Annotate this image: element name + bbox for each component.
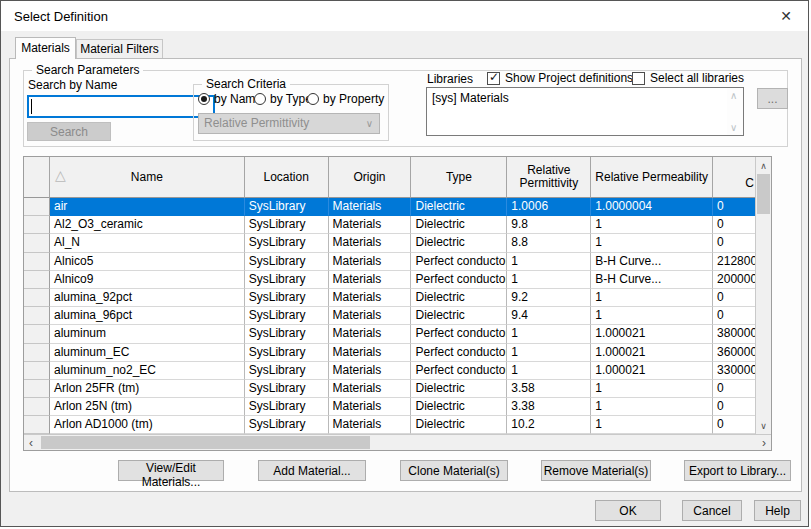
cell-origin[interactable]: Materials	[329, 344, 412, 362]
cell-permeability[interactable]: 1.0000004	[591, 198, 713, 216]
cell-type[interactable]: Perfect conductor	[411, 271, 507, 289]
cell-origin[interactable]: Materials	[329, 198, 412, 216]
cell-conductivity[interactable]: 0	[713, 234, 756, 252]
cell-permeability[interactable]: 1.000021	[591, 362, 713, 380]
cancel-button[interactable]: Cancel	[682, 500, 742, 521]
cell-permeability[interactable]: 1	[591, 416, 713, 434]
cell-location[interactable]: SysLibrary	[245, 362, 329, 380]
search-by-name-input[interactable]	[27, 95, 215, 118]
select-all-libraries-checkbox[interactable]: ✓ Select all libraries	[632, 71, 744, 85]
cell-permeability[interactable]: 1	[591, 234, 713, 252]
scroll-left-icon[interactable]: ‹	[29, 436, 33, 450]
row-selector[interactable]	[24, 325, 50, 343]
cell-location[interactable]: SysLibrary	[245, 253, 329, 271]
cell-origin[interactable]: Materials	[329, 289, 412, 307]
cell-conductivity[interactable]: 2000000	[713, 271, 756, 289]
cell-type[interactable]: Perfect conductor	[411, 325, 507, 343]
cell-origin[interactable]: Materials	[329, 380, 412, 398]
library-item[interactable]: [sys] Materials	[432, 91, 509, 105]
row-selector[interactable]	[24, 198, 50, 216]
vertical-scrollbar-thumb[interactable]	[757, 174, 770, 214]
scroll-down-icon[interactable]: ∨	[756, 421, 771, 431]
row-selector[interactable]	[24, 380, 50, 398]
libraries-list[interactable]: [sys] Materials ∧ ∨	[426, 87, 744, 136]
cell-permeability[interactable]: 1	[591, 380, 713, 398]
clone-materials-button[interactable]: Clone Material(s)	[400, 460, 508, 481]
cell-name[interactable]: Al_N	[50, 234, 245, 252]
cell-type[interactable]: Dielectric	[411, 234, 507, 252]
radio-by-property[interactable]: by Property	[307, 92, 384, 106]
browse-libraries-button[interactable]: ...	[757, 88, 788, 109]
row-selector[interactable]	[24, 362, 50, 380]
export-to-library-button[interactable]: Export to Library...	[684, 460, 791, 481]
radio-by-name[interactable]: by Name	[198, 92, 262, 106]
cell-name[interactable]: Arlon 25N (tm)	[50, 398, 245, 416]
cell-permittivity[interactable]: 3.58	[507, 380, 591, 398]
cell-origin[interactable]: Materials	[329, 216, 412, 234]
table-row[interactable]: Al2_O3_ceramicSysLibraryMaterialsDielect…	[24, 216, 756, 234]
table-row[interactable]: aluminumSysLibraryMaterialsPerfect condu…	[24, 325, 756, 343]
cell-conductivity[interactable]: 0	[713, 289, 756, 307]
cell-permittivity[interactable]: 3.38	[507, 398, 591, 416]
cell-permeability[interactable]: B-H Curve...	[591, 253, 713, 271]
cell-permittivity[interactable]: 1	[507, 362, 591, 380]
horizontal-scrollbar[interactable]: ‹ ›	[24, 434, 771, 450]
ok-button[interactable]: OK	[595, 500, 661, 521]
cell-location[interactable]: SysLibrary	[245, 216, 329, 234]
cell-location[interactable]: SysLibrary	[245, 198, 329, 216]
cell-permittivity[interactable]: 8.8	[507, 234, 591, 252]
row-selector[interactable]	[24, 271, 50, 289]
table-row[interactable]: alumina_92pctSysLibraryMaterialsDielectr…	[24, 289, 756, 307]
cell-location[interactable]: SysLibrary	[245, 416, 329, 434]
table-row[interactable]: Alnico9SysLibraryMaterialsPerfect conduc…	[24, 271, 756, 289]
table-row[interactable]: alumina_96pctSysLibraryMaterialsDielectr…	[24, 307, 756, 325]
cell-permeability[interactable]: 1.000021	[591, 325, 713, 343]
close-icon[interactable]: ✕	[780, 8, 792, 24]
cell-name[interactable]: Alnico5	[50, 253, 245, 271]
horizontal-scrollbar-thumb[interactable]	[41, 436, 370, 449]
cell-conductivity[interactable]: 0	[713, 198, 756, 216]
cell-origin[interactable]: Materials	[329, 271, 412, 289]
cell-permittivity[interactable]: 1	[507, 325, 591, 343]
cell-permeability[interactable]: B-H Curve...	[591, 271, 713, 289]
cell-name[interactable]: aluminum_EC	[50, 344, 245, 362]
table-row[interactable]: Arlon 25FR (tm)SysLibraryMaterialsDielec…	[24, 380, 756, 398]
cell-name[interactable]: Al2_O3_ceramic	[50, 216, 245, 234]
cell-location[interactable]: SysLibrary	[245, 289, 329, 307]
cell-location[interactable]: SysLibrary	[245, 398, 329, 416]
cell-conductivity[interactable]: 0	[713, 380, 756, 398]
cell-type[interactable]: Perfect conductor	[411, 344, 507, 362]
scroll-down-icon[interactable]: ∨	[730, 122, 737, 133]
remove-materials-button[interactable]: Remove Material(s)	[541, 460, 651, 481]
cell-permeability[interactable]: 1	[591, 216, 713, 234]
row-selector[interactable]	[24, 416, 50, 434]
view-edit-materials-button[interactable]: View/Edit Materials...	[118, 460, 224, 481]
cell-location[interactable]: SysLibrary	[245, 325, 329, 343]
cell-origin[interactable]: Materials	[329, 325, 412, 343]
show-project-definitions-checkbox[interactable]: ✓ Show Project definitions	[487, 71, 633, 85]
cell-permeability[interactable]: 1	[591, 398, 713, 416]
cell-type[interactable]: Dielectric	[411, 380, 507, 398]
cell-permittivity[interactable]: 9.2	[507, 289, 591, 307]
cell-type[interactable]: Perfect conductor	[411, 253, 507, 271]
cell-conductivity[interactable]: 0	[713, 216, 756, 234]
header-conductivity-clipped[interactable]: C	[713, 157, 756, 198]
header-location[interactable]: Location	[245, 157, 329, 198]
cell-type[interactable]: Dielectric	[411, 289, 507, 307]
vertical-scrollbar[interactable]: ∧ ∨	[755, 157, 771, 435]
cell-name[interactable]: alumina_92pct	[50, 289, 245, 307]
cell-permittivity[interactable]: 1.0006	[507, 198, 591, 216]
cell-permittivity[interactable]: 1	[507, 253, 591, 271]
cell-conductivity[interactable]: 3600000	[713, 344, 756, 362]
add-material-button[interactable]: Add Material...	[258, 460, 366, 481]
libraries-list-scrollbar[interactable]: ∧ ∨	[727, 88, 743, 135]
cell-origin[interactable]: Materials	[329, 253, 412, 271]
row-selector[interactable]	[24, 253, 50, 271]
table-row[interactable]: airSysLibraryMaterialsDielectric1.00061.…	[24, 198, 756, 216]
cell-conductivity[interactable]: 0	[713, 416, 756, 434]
property-select[interactable]: Relative Permittivity ∨	[198, 113, 380, 134]
table-row[interactable]: Arlon 25N (tm)SysLibraryMaterialsDielect…	[24, 398, 756, 416]
cell-type[interactable]: Dielectric	[411, 398, 507, 416]
cell-name[interactable]: Arlon 25FR (tm)	[50, 380, 245, 398]
cell-permittivity[interactable]: 10.2	[507, 416, 591, 434]
